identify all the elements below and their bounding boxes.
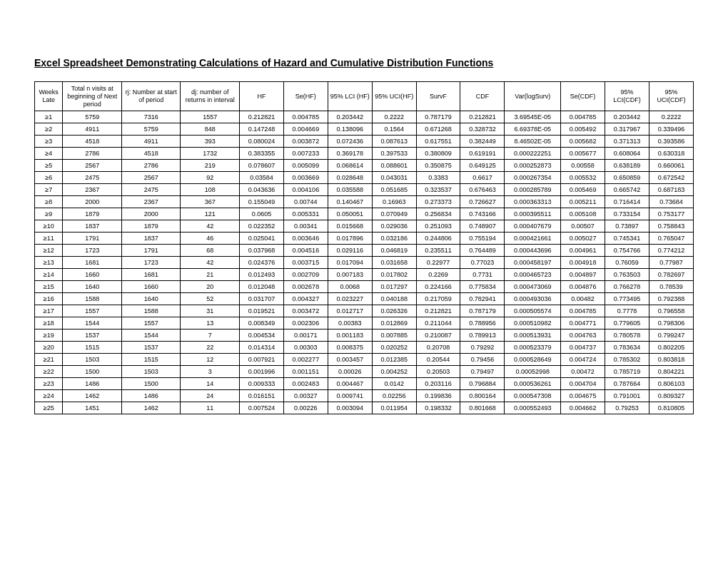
cell: ≥16 <box>35 293 63 305</box>
cell: 0.203116 <box>416 378 460 390</box>
cell: 0.369178 <box>328 148 372 160</box>
cell: 0.001151 <box>283 366 328 378</box>
cell: 0.022352 <box>240 220 284 233</box>
cell: 0.002483 <box>283 378 328 390</box>
cell: 0.16963 <box>372 196 416 208</box>
cell: 0.03584 <box>240 172 284 184</box>
cell: 0.687183 <box>649 184 693 196</box>
cell: 0.7778 <box>605 305 649 317</box>
cell: 0.787664 <box>605 378 649 390</box>
table-row: ≥1516401660200.0120480.0026780.00680.017… <box>35 281 694 293</box>
cell: 0.051685 <box>372 184 416 196</box>
cell: 0.004252 <box>372 366 416 378</box>
cell: 0.029036 <box>372 220 416 233</box>
col-header: Se(CDF) <box>561 82 605 111</box>
cell: 0.00171 <box>283 329 328 342</box>
cell: ≥12 <box>35 245 63 257</box>
cell: 0.000510982 <box>505 317 561 329</box>
cell: 0.619191 <box>460 148 505 160</box>
col-header: Weeks Late <box>35 82 63 111</box>
col-header: Var(logSurv) <box>505 82 561 111</box>
cell: 0.004763 <box>561 329 605 342</box>
cell: 0.792388 <box>649 293 693 305</box>
cell: 1640 <box>63 281 122 293</box>
cell: 0.00383 <box>328 317 372 329</box>
cell: 0.004662 <box>561 402 605 414</box>
table-row: ≥221500150330.0019960.0011510.000260.004… <box>35 366 694 378</box>
cell: 0.004724 <box>561 354 605 366</box>
cell: 0.339496 <box>649 123 693 136</box>
cell: 0.787179 <box>460 305 505 317</box>
cell: 0.005027 <box>561 233 605 245</box>
cell: 0.256834 <box>416 208 460 220</box>
cell: 0.000528649 <box>505 354 561 366</box>
cell: 0.806103 <box>649 378 693 390</box>
cell: 0.773495 <box>605 293 649 305</box>
cell: 0.028648 <box>328 172 372 184</box>
cell: 0.650859 <box>605 172 649 184</box>
cell: 121 <box>181 208 240 220</box>
cell: 0.382449 <box>460 136 505 148</box>
cell: 0.070949 <box>372 208 416 220</box>
cell: 1681 <box>63 257 122 269</box>
cell: 0.003094 <box>328 402 372 414</box>
cell: 0.617551 <box>416 136 460 148</box>
cell: 2475 <box>121 184 181 196</box>
cell: 1837 <box>121 233 181 245</box>
cell: 0.005469 <box>561 184 605 196</box>
cell: 1500 <box>63 366 122 378</box>
cell: 0.785302 <box>605 354 649 366</box>
cell: 0.023227 <box>328 293 372 305</box>
cell: 0.796884 <box>460 378 505 390</box>
cell: 0.782697 <box>649 269 693 281</box>
cell: 0.6617 <box>460 172 505 184</box>
cell: 0.000252873 <box>505 160 561 172</box>
cell: 0.79497 <box>460 366 505 378</box>
cell: 7316 <box>121 111 181 123</box>
cell: ≥7 <box>35 184 63 196</box>
table-row: ≥1018371879420.0223520.003410.0156680.02… <box>35 220 694 233</box>
cell: 0.072436 <box>328 136 372 148</box>
cell: 1486 <box>121 390 181 402</box>
cell: 0.015668 <box>328 220 372 233</box>
cell: 0.244806 <box>416 233 460 245</box>
cell: 0.78539 <box>649 281 693 293</box>
cell: 0.005532 <box>561 172 605 184</box>
cell: 3.69545E-05 <box>505 111 561 123</box>
cell: 22 <box>181 342 240 354</box>
cell: 1537 <box>121 342 181 354</box>
table-row: ≥1117911837460.0250410.0036460.0178960.0… <box>35 233 694 245</box>
cell: 0.000421661 <box>505 233 561 245</box>
cell: ≥13 <box>35 257 63 269</box>
cell: 108 <box>181 184 240 196</box>
cell: 0.012048 <box>240 281 284 293</box>
cell: 0.782941 <box>460 293 505 305</box>
cell: ≥25 <box>35 402 63 414</box>
cell: 0.801668 <box>460 402 505 414</box>
cell: 0.745341 <box>605 233 649 245</box>
cell: 5759 <box>63 111 122 123</box>
cell: 0.804221 <box>649 366 693 378</box>
col-header: 95% LCI (HF) <box>328 82 372 111</box>
cell: 0.009741 <box>328 390 372 402</box>
cell: 0.004785 <box>561 305 605 317</box>
cell: 0.005108 <box>561 208 605 220</box>
cell: ≥8 <box>35 196 63 208</box>
cell: ≥4 <box>35 148 63 160</box>
cell: 0.775834 <box>460 281 505 293</box>
col-header: CDF <box>460 82 505 111</box>
cell: 0.002709 <box>283 269 328 281</box>
cell: 0.007921 <box>240 354 284 366</box>
table-row: ≥2414621486240.0161510.003270.0097410.02… <box>35 390 694 402</box>
cell: 0.79253 <box>605 402 649 414</box>
cell: 0.733154 <box>605 208 649 220</box>
cell: 0.007233 <box>283 148 328 160</box>
table-row: ≥1217231791680.0379680.0045160.0291160.0… <box>35 245 694 257</box>
cell: 0.00482 <box>561 293 605 305</box>
table-row: ≥2115031515120.0079210.0022770.0034570.0… <box>35 354 694 366</box>
cell: 0.210087 <box>416 329 460 342</box>
cell: 2475 <box>63 172 122 184</box>
cell: 0.77987 <box>649 257 693 269</box>
cell: 0.328732 <box>460 123 505 136</box>
cell: 68 <box>181 245 240 257</box>
